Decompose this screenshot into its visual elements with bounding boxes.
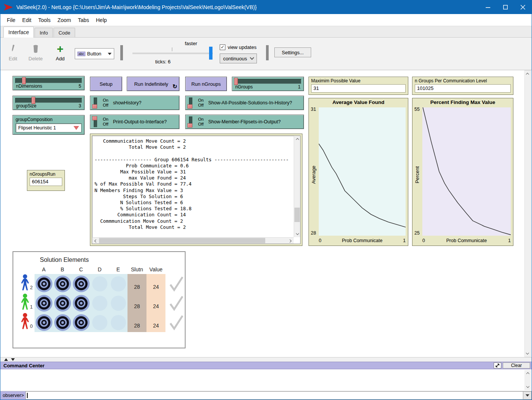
command-center-header: Command Center Clear — [0, 362, 532, 369]
monitor-max-possible-value: Maximim Possible Value 31 — [308, 77, 408, 95]
plot-area — [422, 107, 511, 236]
history-dropdown-button[interactable] — [523, 391, 532, 400]
scroll-up-icon[interactable] — [294, 136, 301, 142]
add-icon: + — [56, 43, 65, 55]
run-ngroups-button[interactable]: Run nGroups — [185, 77, 227, 91]
x-axis-min-label: 0 — [422, 238, 425, 243]
command-output-scrollbar[interactable] — [524, 370, 531, 390]
scroll-down-icon[interactable] — [294, 231, 301, 237]
tab-bar: Interface Info Code — [0, 26, 532, 38]
button-label: Setup — [100, 81, 113, 87]
target-icon — [53, 313, 72, 332]
scroll-down-icon[interactable] — [524, 384, 531, 390]
tab-info[interactable]: Info — [35, 28, 53, 37]
splitter-down-icon[interactable] — [11, 358, 15, 361]
switch-toggle[interactable] — [187, 97, 197, 109]
switch-show-all-possible-solutions[interactable]: OnOff Show-All-Possible-Solutions-In-His… — [185, 96, 304, 110]
maximize-button[interactable] — [497, 0, 514, 14]
add-tool[interactable]: + Add — [56, 43, 65, 61]
slider-groupsize[interactable]: groupSize3 — [13, 96, 85, 110]
empty-slot — [109, 274, 127, 293]
view-updates-checkbox[interactable]: ✓ — [220, 44, 225, 50]
menu-zoom[interactable]: Zoom — [54, 17, 74, 23]
switch-off-label: Off — [103, 103, 108, 107]
chooser-dropdown-icon — [74, 126, 79, 130]
slider-ndimensions[interactable]: nDimensions5 — [13, 76, 85, 90]
add-label: Add — [56, 56, 65, 61]
menu-tabs[interactable]: Tabs — [74, 17, 93, 23]
command-center-output[interactable] — [0, 369, 532, 391]
plot-average-value-found: Average Value Found 31 28 Average 0 Prob… — [308, 98, 408, 246]
scroll-down-icon[interactable] — [524, 350, 530, 357]
chooser-value-box[interactable]: Flipset Heuristic 1 — [16, 123, 82, 132]
close-button[interactable] — [514, 0, 532, 14]
speed-slider-handle[interactable] — [209, 47, 212, 60]
slutn-value: 28 — [127, 303, 146, 309]
interface-vertical-scrollbar[interactable] — [524, 70, 531, 357]
switch-off-label: Off — [198, 103, 203, 107]
delete-tool[interactable]: Delete — [28, 43, 43, 61]
scroll-left-icon[interactable] — [92, 238, 99, 244]
world-view: Solution Elements A B C D E Slutn Value … — [13, 251, 186, 348]
slider-ngroups[interactable]: nGroups1 — [232, 77, 304, 91]
output-vertical-scrollbar[interactable] — [294, 136, 300, 237]
expand-icon[interactable] — [494, 362, 501, 369]
switch-show-member-flipsets[interactable]: OnOff Show-Member-Flipsets-in-Output? — [185, 115, 304, 129]
scroll-up-icon[interactable] — [524, 370, 531, 376]
run-indefinitely-button[interactable]: Run Indefinitely ↻ — [127, 77, 179, 91]
scrollbar-thumb[interactable] — [99, 238, 265, 243]
speed-slider-track[interactable] — [132, 53, 213, 54]
scrollbar-thumb[interactable] — [294, 208, 300, 222]
setup-button[interactable]: Setup — [90, 77, 122, 91]
switch-toggle[interactable] — [92, 116, 102, 128]
x-axis-min-label: 0 — [319, 238, 321, 243]
menu-help[interactable]: Help — [93, 17, 110, 23]
menu-edit[interactable]: Edit — [19, 17, 35, 23]
output-horizontal-scrollbar[interactable] — [92, 237, 294, 244]
switch-showhistory[interactable]: OnOff showHistory? — [90, 96, 179, 110]
splitter-up-icon[interactable] — [4, 358, 8, 361]
column-header: A — [35, 266, 53, 272]
speed-slider-group: faster ticks: 6 — [132, 38, 213, 70]
y-axis-max-label: 55 — [414, 107, 420, 112]
command-center-splitter[interactable] — [0, 357, 532, 362]
edit-tool[interactable]: Edit — [9, 43, 17, 61]
menu-file[interactable]: File — [3, 17, 19, 23]
tab-interface[interactable]: Interface — [3, 27, 34, 38]
column-header: C — [72, 266, 90, 272]
observer-prompt[interactable]: observer> — [0, 391, 25, 400]
menu-tools[interactable]: Tools — [35, 17, 54, 23]
widget-type-dropdown[interactable]: abc Button — [75, 48, 114, 59]
column-header: E — [109, 266, 127, 272]
clear-button[interactable]: Clear — [503, 362, 530, 369]
plot-area — [319, 107, 406, 236]
ticks-counter: ticks: 6 — [155, 59, 170, 65]
update-mode-value: continuous — [223, 56, 247, 61]
x-axis-label: Prob Communicate — [342, 238, 382, 243]
value-value: 24 — [146, 303, 165, 309]
scroll-right-icon[interactable] — [287, 238, 294, 244]
text-caret — [27, 393, 28, 398]
scroll-up-icon[interactable] — [524, 71, 530, 77]
switch-print-output[interactable]: OnOff Print-Output-to-Interface? — [90, 115, 179, 129]
column-header: B — [53, 266, 72, 272]
speed-slider-midtick — [172, 47, 172, 51]
command-center-title: Command Center — [0, 363, 494, 369]
command-input[interactable] — [25, 391, 523, 400]
empty-slot — [90, 274, 109, 293]
widget-type-value: Button — [87, 51, 102, 57]
switch-toggle[interactable] — [187, 116, 197, 128]
switch-toggle[interactable] — [92, 97, 102, 109]
switch-label: Print-Output-to-Interface? — [113, 119, 167, 124]
pencil-icon — [9, 43, 17, 55]
value-header: Value — [146, 266, 165, 272]
chooser-label: groupComposition — [16, 117, 82, 122]
tab-code[interactable]: Code — [54, 28, 75, 37]
forever-icon: ↻ — [172, 83, 177, 90]
minimize-button[interactable] — [479, 0, 497, 14]
update-mode-dropdown[interactable]: continuous — [220, 54, 257, 63]
settings-button[interactable]: Settings... — [274, 47, 311, 57]
chooser-groupcomposition[interactable]: groupComposition Flipset Heuristic 1 — [13, 115, 85, 135]
row-cells — [35, 313, 127, 332]
x-axis-max-label: 1 — [403, 238, 406, 243]
